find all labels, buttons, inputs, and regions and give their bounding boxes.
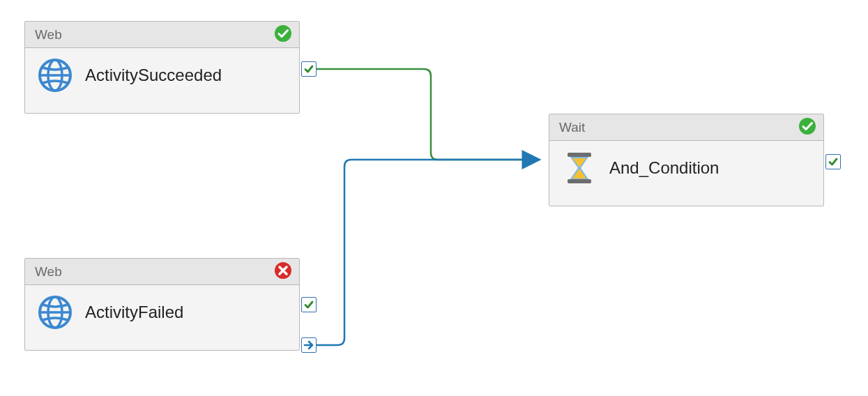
activity-node-header: Web [25, 259, 299, 285]
activity-node-header: Wait [549, 114, 823, 141]
activity-node-body: And_Condition [549, 141, 823, 197]
connector-completion[interactable] [317, 160, 539, 345]
activity-node-succeeded[interactable]: Web ActivitySucceeded [24, 21, 300, 114]
success-icon [274, 24, 292, 45]
activity-name-label: ActivitySucceeded [85, 66, 222, 85]
dependency-handle-success[interactable] [301, 297, 317, 312]
activity-type-label: Web [35, 27, 62, 43]
activity-name-label: And_Condition [609, 158, 719, 178]
connector-success[interactable] [317, 69, 539, 160]
globe-icon [38, 295, 73, 330]
activity-type-label: Web [35, 264, 62, 280]
dependency-handle-success[interactable] [301, 61, 317, 77]
activity-node-and-condition[interactable]: Wait And_Condition [549, 114, 824, 206]
activity-type-label: Wait [559, 120, 585, 135]
check-icon [303, 299, 314, 310]
activity-node-body: ActivitySucceeded [25, 48, 299, 104]
svg-rect-9 [568, 153, 591, 157]
error-icon [274, 261, 292, 282]
globe-icon [38, 58, 73, 93]
activity-node-header: Web [25, 22, 299, 48]
hourglass-icon [562, 151, 597, 185]
check-icon [828, 156, 839, 167]
arrow-right-icon [303, 340, 314, 351]
svg-point-8 [799, 118, 816, 135]
svg-point-0 [275, 25, 291, 42]
activity-node-failed[interactable]: Web ActivityFailed [24, 258, 300, 351]
dependency-handle-completion[interactable] [301, 337, 317, 353]
success-icon [798, 117, 816, 138]
svg-rect-10 [568, 179, 591, 183]
activity-name-label: ActivityFailed [85, 303, 183, 322]
pipeline-canvas[interactable]: Web ActivitySucceeded [0, 0, 868, 396]
activity-node-body: ActivityFailed [25, 285, 299, 341]
dependency-handle-success[interactable] [825, 154, 841, 169]
check-icon [303, 63, 314, 75]
